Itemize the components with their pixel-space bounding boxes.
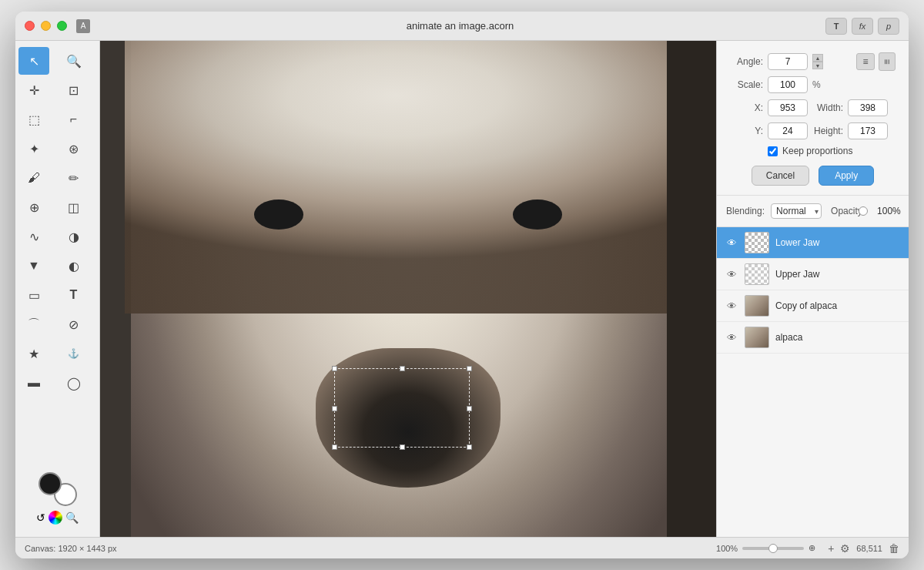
maximize-button[interactable] <box>57 21 67 31</box>
scale-unit: % <box>812 79 821 90</box>
reset-colors-icon[interactable]: ↺ <box>36 511 45 524</box>
handle-tr[interactable] <box>467 366 472 371</box>
layer-visibility-eye[interactable]: 👁 <box>725 330 738 344</box>
eraser-tool[interactable]: ◫ <box>59 193 89 221</box>
anchor-tool[interactable]: ⚓ <box>59 340 89 367</box>
x-input[interactable] <box>768 99 808 116</box>
oval-shape-tool[interactable]: ◯ <box>59 369 89 397</box>
opacity-thumb[interactable] <box>859 206 868 216</box>
brush-tool[interactable]: 🖌 <box>18 164 49 192</box>
angle-row: Angle: ▲ ▼ ≡ ≡ <box>729 53 896 70</box>
layer-copy-alpaca[interactable]: 👁 Copy of alpaca <box>717 290 909 322</box>
main-content: ↖ 🔍 ✛ ⊡ ⬚ ⌐ ✦ ⊛ 🖌 ✏ ⊕ ◫ ∿ ◑ <box>15 41 909 537</box>
angle-up[interactable]: ▲ <box>812 54 823 62</box>
lasso-tool[interactable]: ⌐ <box>59 106 89 133</box>
file-size: 68,511 <box>856 544 882 553</box>
handle-ml[interactable] <box>332 406 337 411</box>
zoom-thumb[interactable] <box>768 544 778 553</box>
layer-name: Lower Jaw <box>775 237 901 248</box>
handle-br[interactable] <box>467 444 472 450</box>
right-panel: Angle: ▲ ▼ ≡ ≡ Scale: % <box>716 41 909 537</box>
keep-proportions-row: Keep proportions <box>768 146 896 156</box>
apply-button[interactable]: Apply <box>819 166 874 186</box>
star-tool[interactable]: ★ <box>18 340 49 367</box>
handle-bc[interactable] <box>400 444 405 450</box>
add-layer-icon[interactable]: + <box>828 542 834 555</box>
text-tool-header-button[interactable]: T <box>825 18 847 35</box>
color-swatches[interactable] <box>38 472 77 506</box>
rect-select-tool[interactable]: ⬚ <box>18 106 49 133</box>
handle-bl[interactable] <box>332 444 337 450</box>
delete-icon[interactable]: 🗑 <box>889 542 899 555</box>
zoom-max-icon[interactable]: ⊕ <box>808 543 815 553</box>
layer-visibility-eye[interactable]: 👁 <box>725 267 738 281</box>
clone-tool[interactable]: ⊕ <box>18 193 49 221</box>
smudge-tool[interactable]: ∿ <box>18 223 49 250</box>
titlebar-actions: T fx p <box>825 18 899 35</box>
shape-tool[interactable]: ▭ <box>18 281 49 309</box>
layer-lower-jaw[interactable]: 👁 Lower Jaw <box>717 227 909 259</box>
height-input[interactable] <box>848 122 888 139</box>
y-label: Y: <box>729 126 763 136</box>
minimize-button[interactable] <box>41 21 51 31</box>
text-tool[interactable]: T <box>59 281 89 309</box>
handle-tc[interactable] <box>400 366 405 371</box>
settings-icon[interactable]: ⚙ <box>840 542 850 555</box>
layer-alpaca[interactable]: 👁 alpaca <box>717 322 909 354</box>
rect-shape-tool[interactable]: ▬ <box>18 369 49 397</box>
x-label: X: <box>729 102 763 113</box>
align-horizontal-btn[interactable]: ≡ <box>856 53 875 70</box>
titlebar: A animate an image.acorn T fx p <box>15 12 909 41</box>
dodge-tool[interactable]: ◑ <box>59 223 89 250</box>
layers-list: 👁 Lower Jaw 👁 Upper Jaw 👁 Copy of alpaca <box>717 227 909 537</box>
quick-select-tool[interactable]: ⊛ <box>59 135 89 163</box>
handle-tl[interactable] <box>332 366 337 371</box>
transform-tool[interactable]: ⊡ <box>59 76 89 104</box>
scale-input[interactable] <box>768 76 808 93</box>
keep-proportions-label: Keep proportions <box>782 146 852 156</box>
close-button[interactable] <box>25 21 35 31</box>
angle-input[interactable] <box>768 53 808 70</box>
cancel-button[interactable]: Cancel <box>752 166 809 186</box>
arrow-tool[interactable]: ↖ <box>18 47 49 75</box>
toolbar: ↖ 🔍 ✛ ⊡ ⬚ ⌐ ✦ ⊛ 🖌 ✏ ⊕ ◫ ∿ ◑ <box>15 41 100 537</box>
foreground-color-swatch[interactable] <box>38 472 62 495</box>
zoom-level: 100% <box>716 544 738 553</box>
eyedrop-tool[interactable]: ⊘ <box>59 310 89 338</box>
layer-name: alpaca <box>775 332 901 343</box>
bg-left <box>100 41 125 537</box>
align-vertical-btn[interactable]: ≡ <box>879 52 896 71</box>
move-tool[interactable]: ✛ <box>18 76 49 104</box>
zoom-slider[interactable] <box>742 547 804 550</box>
width-input[interactable] <box>848 99 888 116</box>
bezier-tool[interactable]: ⌒ <box>18 310 49 338</box>
handle-mr[interactable] <box>467 406 472 411</box>
layer-name: Upper Jaw <box>775 269 901 280</box>
color-wheel-icon[interactable] <box>49 511 62 525</box>
fx-button[interactable]: fx <box>852 18 873 35</box>
paint-bucket-tool[interactable]: ▼ <box>18 252 49 280</box>
zoom-tool[interactable]: 🔍 <box>59 47 89 75</box>
height-label: Height: <box>812 126 843 136</box>
layer-name: Copy of alpaca <box>775 300 901 311</box>
scale-row: Scale: % <box>729 76 896 93</box>
angle-down[interactable]: ▼ <box>812 62 823 69</box>
layer-upper-jaw[interactable]: 👁 Upper Jaw <box>717 259 909 290</box>
width-label: Width: <box>812 102 843 113</box>
pencil-tool[interactable]: ✏ <box>59 164 89 192</box>
layer-visibility-eye[interactable]: 👁 <box>725 236 738 250</box>
layer-visibility-eye[interactable]: 👁 <box>725 299 738 313</box>
script-button[interactable]: p <box>878 18 899 35</box>
keep-proportions-checkbox[interactable] <box>768 146 778 156</box>
statusbar: Canvas: 1920 × 1443 px 100% ⊕ + ⚙ 68,511… <box>15 537 909 558</box>
traffic-lights <box>25 21 67 31</box>
y-input[interactable] <box>768 122 808 139</box>
gradient-tool[interactable]: ◐ <box>59 252 89 280</box>
zoom-tool-bottom[interactable]: 🔍 <box>65 511 79 524</box>
canvas-area[interactable] <box>100 41 716 537</box>
blend-mode-select[interactable]: Normal Multiply Screen Overlay <box>771 203 822 219</box>
layer-thumbnail <box>745 232 769 253</box>
angle-stepper[interactable]: ▲ ▼ <box>812 54 823 69</box>
magic-wand-tool[interactable]: ✦ <box>18 135 49 163</box>
canvas-info: Canvas: 1920 × 1443 px <box>25 544 716 553</box>
